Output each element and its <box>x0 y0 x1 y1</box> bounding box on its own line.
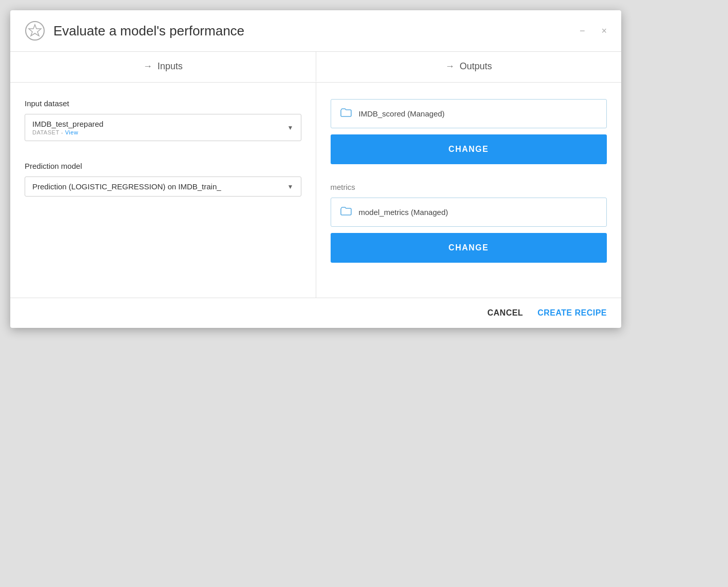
dataset-section: Input dataset IMDB_test_prepared DATASET… <box>25 99 301 141</box>
output1-section: IMDB_scored (Managed) CHANGE <box>331 99 607 179</box>
outputs-tab-label: Outputs <box>459 61 492 72</box>
modal-header: Evaluate a model's performance − × <box>10 10 621 52</box>
outputs-tab-arrow-icon: → <box>445 61 454 72</box>
dataset-sub-separator: - <box>59 129 65 135</box>
output2-item: model_metrics (Managed) <box>331 198 607 227</box>
dataset-value: IMDB_test_prepared <box>32 120 103 128</box>
modal-footer: CANCEL CREATE RECIPE <box>10 298 621 328</box>
dataset-sub: DATASET - View <box>32 129 103 135</box>
output2-section: metrics model_metrics (Managed) CHANGE <box>331 183 607 277</box>
svg-marker-1 <box>29 25 41 36</box>
outputs-panel: IMDB_scored (Managed) CHANGE metrics mod… <box>316 83 622 298</box>
change1-button[interactable]: CHANGE <box>331 134 607 164</box>
dataset-dropdown[interactable]: IMDB_test_prepared DATASET - View ▼ <box>25 114 301 141</box>
metrics-section-label: metrics <box>331 183 607 191</box>
minimize-button[interactable]: − <box>576 24 589 37</box>
prediction-dropdown[interactable]: Prediction (LOGISTIC_REGRESSION) on IMDB… <box>25 177 301 197</box>
create-recipe-button[interactable]: CREATE RECIPE <box>538 308 607 318</box>
close-button[interactable]: × <box>597 24 611 37</box>
change2-button[interactable]: CHANGE <box>331 233 607 263</box>
inputs-tab-label: Inputs <box>158 61 183 72</box>
modal-title: Evaluate a model's performance <box>53 23 244 39</box>
prediction-value: Prediction (LOGISTIC_REGRESSION) on IMDB… <box>32 182 221 191</box>
dataset-dropdown-arrow-icon: ▼ <box>288 124 294 131</box>
dataset-sub-label: DATASET <box>32 129 59 135</box>
tab-outputs[interactable]: → Outputs <box>316 52 622 82</box>
dataset-section-label: Input dataset <box>25 99 301 108</box>
modal-tabs: → Inputs → Outputs <box>10 52 621 83</box>
dataset-dropdown-content: IMDB_test_prepared DATASET - View <box>32 120 103 135</box>
prediction-section: Prediction model Prediction (LOGISTIC_RE… <box>25 162 301 197</box>
cancel-button[interactable]: CANCEL <box>487 308 523 318</box>
prediction-dropdown-arrow-icon: ▼ <box>288 183 294 190</box>
output2-folder-icon <box>340 205 352 219</box>
dataset-view-link[interactable]: View <box>65 129 79 135</box>
modal-controls: − × <box>576 24 611 37</box>
output2-name: model_metrics (Managed) <box>359 208 448 217</box>
tab-inputs[interactable]: → Inputs <box>10 52 316 82</box>
output1-item: IMDB_scored (Managed) <box>331 99 607 128</box>
modal-dialog: Evaluate a model's performance − × → Inp… <box>10 10 621 328</box>
modal-icon <box>25 21 45 41</box>
inputs-tab-arrow-icon: → <box>143 61 152 72</box>
output1-name: IMDB_scored (Managed) <box>359 109 445 118</box>
output1-folder-icon <box>340 107 352 121</box>
modal-content: Input dataset IMDB_test_prepared DATASET… <box>10 83 621 298</box>
prediction-section-label: Prediction model <box>25 162 301 170</box>
inputs-panel: Input dataset IMDB_test_prepared DATASET… <box>10 83 316 298</box>
